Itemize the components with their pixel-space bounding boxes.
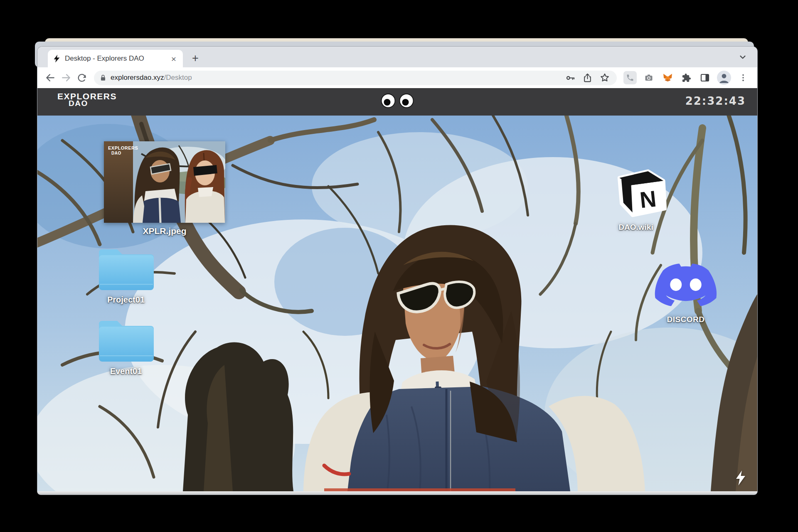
- new-tab-button[interactable]: +: [188, 51, 203, 66]
- back-button[interactable]: [43, 71, 57, 85]
- metamask-extension-button[interactable]: [661, 71, 674, 84]
- omnibox-icons: [565, 72, 612, 83]
- camera-icon: [644, 73, 654, 83]
- desktop-icon-discord[interactable]: DISCORD: [644, 260, 727, 324]
- refresh-button[interactable]: [75, 71, 89, 85]
- discord-icon: [653, 260, 718, 312]
- tab-close-icon[interactable]: ×: [170, 54, 178, 63]
- call-extension-button[interactable]: [623, 71, 637, 84]
- notion-icon: N: [605, 160, 667, 219]
- desktop-icon-label: DISCORD: [667, 315, 704, 324]
- url-text: explorersdao.xyz/Desktop: [111, 74, 565, 82]
- browser-menu-button[interactable]: [736, 71, 750, 84]
- thumbnail-watermark-line2: DAO: [111, 151, 121, 155]
- forward-arrow-icon: [61, 72, 71, 83]
- phone-icon: [626, 74, 634, 82]
- profile-avatar[interactable]: [717, 71, 731, 85]
- desktop-icon-xplr[interactable]: EXPLORERS DAO XPLR.jpeg: [100, 141, 229, 236]
- thumbnail-watermark-line1: EXPLORERS: [108, 145, 138, 150]
- desktop-icon-label: DAO.wiki: [618, 223, 653, 232]
- password-key-icon[interactable]: [565, 73, 576, 83]
- tab-desktop[interactable]: Desktop - Explorers DAO ×: [48, 50, 183, 67]
- googly-eyes: [381, 94, 414, 108]
- refresh-icon: [77, 73, 87, 83]
- bookmark-star-icon[interactable]: [599, 72, 610, 83]
- lightning-favicon-icon: [53, 54, 61, 63]
- desktop-icon-label: Project01: [107, 295, 145, 305]
- desktop-icon-event01[interactable]: Event01: [86, 316, 165, 376]
- side-panel-button[interactable]: [698, 71, 712, 84]
- window-bottom-edge: [37, 491, 757, 495]
- forward-button[interactable]: [59, 71, 73, 85]
- folder-icon: [96, 244, 155, 292]
- explorers-dao-logo: EXPLORERS DAO: [57, 92, 117, 107]
- googly-eye-left: [381, 94, 396, 108]
- desktop-icon-label: Event01: [110, 367, 142, 376]
- googly-eye-right: [399, 94, 414, 108]
- camera-extension-button[interactable]: [642, 71, 655, 84]
- browser-toolbar: explorersdao.xyz/Desktop: [37, 67, 757, 88]
- extensions-puzzle-button[interactable]: [680, 71, 693, 84]
- desktop-icon-daowiki[interactable]: N DAO.wiki: [594, 160, 677, 232]
- screen: Desktop - Explorers DAO × +: [0, 0, 798, 532]
- share-icon[interactable]: [582, 73, 593, 83]
- browser-window: Desktop - Explorers DAO × +: [37, 47, 757, 495]
- xplr-thumbnail-image: EXPLORERS DAO: [104, 141, 225, 223]
- side-panel-icon: [700, 73, 710, 83]
- kebab-menu-icon: [739, 73, 748, 82]
- tab-title: Desktop - Explorers DAO: [65, 54, 165, 63]
- puzzle-icon: [682, 73, 691, 83]
- url-path: /Desktop: [164, 74, 192, 81]
- folder-icon: [96, 316, 155, 363]
- lock-icon: [99, 74, 107, 82]
- person-icon: [717, 71, 731, 85]
- tab-strip: Desktop - Explorers DAO × +: [37, 47, 757, 67]
- tab-search-chevron-icon[interactable]: [737, 52, 748, 62]
- clock: 22:32:43: [685, 95, 746, 107]
- svg-text:N: N: [638, 186, 658, 213]
- desktop-icon-label: XPLR.jpeg: [143, 226, 186, 236]
- desktop-area: EXPLORERS DAO XPLR.jpeg Proje: [37, 116, 757, 491]
- metamask-fox-icon: [663, 73, 673, 83]
- address-bar[interactable]: explorersdao.xyz/Desktop: [94, 71, 617, 85]
- extensions-row: [622, 71, 751, 85]
- back-arrow-icon: [45, 72, 56, 83]
- site-header-bar: EXPLORERS DAO 22:32:43: [37, 88, 757, 116]
- desktop-icon-project01[interactable]: Project01: [86, 244, 165, 305]
- lightning-widget-icon[interactable]: [735, 470, 746, 485]
- url-domain: explorersdao.xyz: [111, 74, 164, 81]
